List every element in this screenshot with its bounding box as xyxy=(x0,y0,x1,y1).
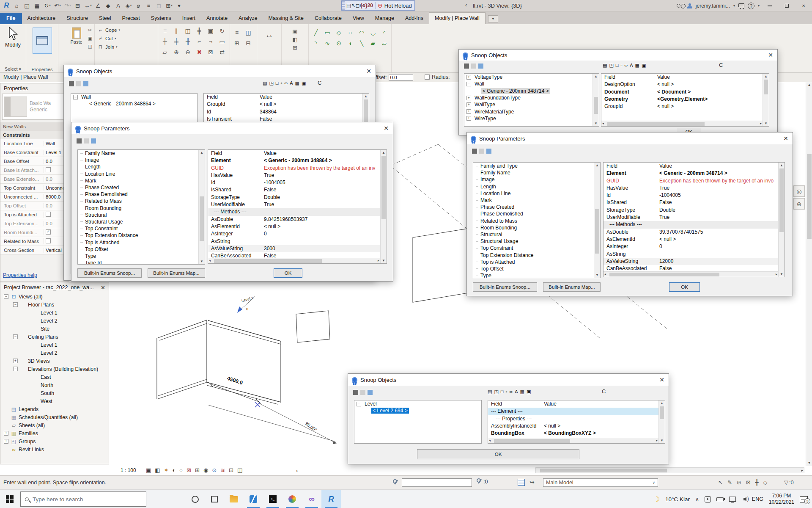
active-workset-field[interactable] xyxy=(402,478,472,487)
pick-snoop-icon[interactable]: ↖ xyxy=(351,3,355,8)
field-row[interactable]: --- Properties --- xyxy=(488,415,665,422)
field-row[interactable]: AsString xyxy=(208,238,387,245)
parameter-item[interactable]: Related to Mass xyxy=(78,198,205,204)
zoom-icon[interactable]: ⊕ xyxy=(793,198,805,210)
horizontal-scrollbar[interactable]: ◂▸ xyxy=(208,258,380,263)
parameter-item[interactable]: Related to Mass xyxy=(473,218,600,224)
detail-level-icon[interactable]: ▣ xyxy=(146,467,151,473)
scrollbar[interactable]: ▲▼ xyxy=(763,74,769,126)
dialog-close-icon[interactable]: ✕ xyxy=(783,135,788,141)
ribbon-tab[interactable]: Modify | Place Wall xyxy=(429,12,486,24)
browser-tree-item[interactable]: 3D Views xyxy=(0,357,109,365)
table-icon[interactable]: ▣ xyxy=(302,80,306,86)
field-row[interactable]: FieldValue xyxy=(208,150,387,157)
browser-tree-item[interactable]: North xyxy=(0,381,109,389)
ribbon-tab[interactable]: Precast xyxy=(116,13,145,24)
type-selector[interactable]: Basic WaGeneric xyxy=(2,94,67,120)
measure-icon[interactable]: ↔ xyxy=(259,30,280,40)
property-row[interactable]: Location Line Wall xyxy=(0,139,69,148)
parameter-item[interactable]: Top is Attached xyxy=(473,259,600,265)
dashed-box-icon[interactable]: ▫ xyxy=(505,389,507,395)
table-icon[interactable]: ▣ xyxy=(642,63,646,68)
property-row[interactable]: Base Offset 0.0 xyxy=(0,157,69,166)
browser-tree-item[interactable]: Ceiling Plans xyxy=(0,333,109,341)
tree-node[interactable]: < Generic - 200mm 348864 > xyxy=(71,100,197,107)
sun-settings-icon[interactable]: ✶ xyxy=(164,467,169,473)
properties-help-link[interactable]: Properties help xyxy=(3,272,37,278)
tree-expander-icon[interactable] xyxy=(4,439,8,444)
align-icon[interactable]: ≡ xyxy=(160,26,170,36)
revit-button[interactable] xyxy=(321,490,341,508)
parameter-item[interactable]: Length xyxy=(78,163,205,170)
start-button[interactable] xyxy=(6,495,14,503)
half-ellipse-tool-icon[interactable]: ◖ xyxy=(345,38,356,48)
relinquish-icon[interactable]: ↪ xyxy=(529,479,535,486)
property-row[interactable]: Room Boundi... xyxy=(0,228,69,237)
trim-icon[interactable]: ┼ xyxy=(160,36,170,47)
field-row[interactable]: Document< Document > xyxy=(601,88,769,96)
link-icon[interactable]: ∞ xyxy=(284,80,288,86)
field-row[interactable]: AsValueString12000 xyxy=(604,258,785,265)
constraints-section[interactable]: Constraints xyxy=(0,131,69,139)
tree-node[interactable]: < Level 2 694 > xyxy=(354,407,481,414)
tree-node[interactable]: VoltageType xyxy=(464,74,599,80)
tree-expander-icon[interactable] xyxy=(4,431,8,436)
line-tool-icon[interactable]: ╱ xyxy=(310,28,321,38)
tree-node[interactable]: WireMaterialType xyxy=(464,108,599,115)
browser-tree-item[interactable]: Families xyxy=(0,429,109,437)
reveal-hidden-icon[interactable]: ≋ xyxy=(220,467,225,473)
property-row[interactable]: Unconnected ... 8000.0 xyxy=(0,193,69,202)
field-row[interactable]: GroupId< null > xyxy=(204,101,369,108)
project-browser-close-icon[interactable]: ✕ xyxy=(101,284,105,291)
builtin-enums-snoop-button[interactable]: Built-in Enums Snoop... xyxy=(77,268,142,278)
browser-tree-item[interactable]: Legends xyxy=(0,405,109,413)
window-icon[interactable]: □ xyxy=(276,80,279,86)
field-row[interactable]: Geometry<Geometry.Element> xyxy=(601,96,769,103)
field-row[interactable]: AsString xyxy=(604,251,785,258)
field-row[interactable]: StorageTypeDouble xyxy=(604,207,785,214)
field-row[interactable]: StorageTypeDouble xyxy=(208,194,387,201)
field-row[interactable]: Element< Generic - 200mm 348714 > xyxy=(604,170,785,177)
copy-to-clipboard-icon[interactable] xyxy=(486,149,491,154)
builtin-enums-map-button[interactable]: Built-in Enums Map... xyxy=(148,268,205,278)
grid-icon[interactable]: ▦ xyxy=(635,63,639,68)
refresh-icon[interactable]: C xyxy=(719,62,723,68)
cortana-button[interactable] xyxy=(185,490,205,508)
field-row[interactable]: --- Methods --- xyxy=(208,208,387,215)
field-row[interactable]: UserModifiableTrue xyxy=(604,214,785,221)
browser-tree-item[interactable]: West xyxy=(0,397,109,405)
text-icon[interactable]: A xyxy=(113,1,123,10)
property-row[interactable]: Base Constraint Level 1 xyxy=(0,148,69,157)
ribbon-tab[interactable]: View xyxy=(347,13,370,24)
circle-tool-icon[interactable]: ○ xyxy=(345,28,356,38)
tree-expander-icon[interactable] xyxy=(13,334,18,339)
print-icon[interactable]: ⊟ xyxy=(73,1,83,10)
tree-node[interactable]: WireType xyxy=(464,115,599,122)
pick-lines-tool-icon[interactable]: ╲ xyxy=(356,38,367,48)
property-row[interactable]: Top is Attached xyxy=(0,210,69,219)
parameter-item[interactable]: Type Id xyxy=(78,260,205,265)
modify-button[interactable]: Modify xyxy=(2,42,24,48)
offset-input[interactable] xyxy=(389,74,413,81)
ribbon-tab[interactable]: Architecture xyxy=(22,13,61,24)
parameter-item[interactable]: Phase Demolished xyxy=(78,191,205,198)
field-row[interactable]: Id-1004005 xyxy=(208,179,387,186)
window-icon[interactable]: □ xyxy=(501,389,504,395)
arc-center-tool-icon[interactable]: ◡ xyxy=(368,28,379,38)
similar-icon[interactable]: ⊞ xyxy=(293,44,297,51)
browser-tree-item[interactable]: Level 1 xyxy=(0,341,109,349)
parameter-item[interactable]: Mark xyxy=(78,177,205,184)
scrollbar[interactable]: ▲▼ xyxy=(380,150,387,263)
temporary-hide-icon[interactable]: ⊙ xyxy=(212,467,217,473)
field-row[interactable]: AsDouble9.84251968503937 xyxy=(208,216,387,223)
tangent-arc-tool-icon[interactable]: ◝ xyxy=(310,38,321,48)
parameter-item[interactable]: Phase Created xyxy=(78,184,205,191)
parameter-item[interactable]: Phase Created xyxy=(473,204,600,210)
match-type-icon[interactable]: ◫ xyxy=(88,44,92,49)
parameter-item[interactable]: Mark xyxy=(473,197,600,204)
ribbon-tab[interactable]: Structure xyxy=(61,13,93,24)
property-row[interactable]: Top Constraint Unconne xyxy=(0,184,69,193)
parameter-item[interactable]: Top Constraint xyxy=(78,225,205,232)
exclude-options-icon[interactable]: ◇ xyxy=(763,479,767,486)
ribbon-tab[interactable]: Manage xyxy=(370,13,400,24)
